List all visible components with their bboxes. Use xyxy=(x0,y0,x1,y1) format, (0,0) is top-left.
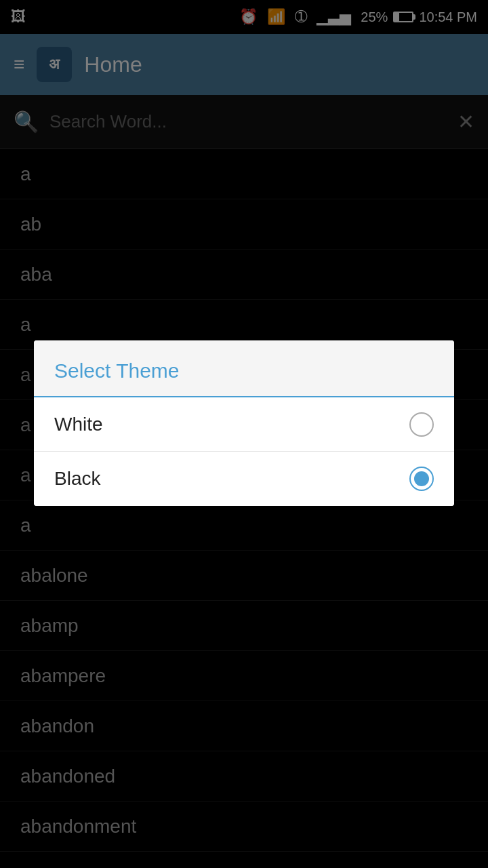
theme-option-black[interactable]: Black xyxy=(34,452,454,506)
white-option-label: White xyxy=(54,414,103,435)
theme-option-white[interactable]: White xyxy=(34,397,454,452)
black-option-label: Black xyxy=(54,468,100,490)
radio-selected-indicator xyxy=(414,471,429,486)
dialog-overlay: Select Theme White Black xyxy=(0,0,488,868)
white-radio-button[interactable] xyxy=(409,412,434,437)
dialog-title-container: Select Theme xyxy=(34,340,454,397)
dialog-title-text: Select Theme xyxy=(54,359,180,382)
black-radio-button[interactable] xyxy=(409,467,434,491)
theme-dialog: Select Theme White Black xyxy=(34,340,454,506)
